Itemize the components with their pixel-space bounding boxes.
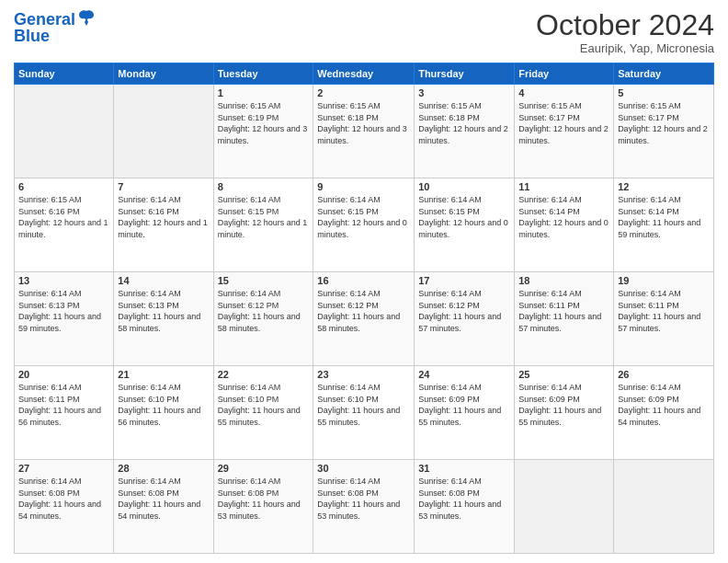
sunset-text: Sunset: 6:15 PM (317, 206, 410, 218)
daylight-text: Daylight: 11 hours and 54 minutes. (118, 499, 209, 522)
sunset-text: Sunset: 6:10 PM (118, 394, 209, 406)
sunset-text: Sunset: 6:11 PM (18, 394, 109, 406)
day-info: Sunrise: 6:14 AM Sunset: 6:14 PM Dayligh… (618, 194, 710, 240)
day-info: Sunrise: 6:14 AM Sunset: 6:08 PM Dayligh… (18, 476, 109, 522)
logo: General Blue (14, 9, 96, 46)
day-number: 30 (317, 463, 410, 474)
sunset-text: Sunset: 6:12 PM (218, 300, 310, 312)
day-number: 31 (418, 463, 510, 474)
table-row: 28 Sunrise: 6:14 AM Sunset: 6:08 PM Dayl… (114, 460, 213, 554)
day-number: 8 (218, 181, 310, 192)
daylight-text: Daylight: 12 hours and 1 minute. (18, 217, 109, 240)
sunrise-text: Sunrise: 6:14 AM (518, 288, 609, 300)
day-number: 29 (218, 463, 310, 474)
day-info: Sunrise: 6:14 AM Sunset: 6:12 PM Dayligh… (218, 288, 310, 334)
day-info: Sunrise: 6:14 AM Sunset: 6:14 PM Dayligh… (518, 194, 609, 240)
sunset-text: Sunset: 6:15 PM (218, 206, 310, 218)
sunset-text: Sunset: 6:17 PM (618, 112, 710, 124)
sunrise-text: Sunrise: 6:14 AM (218, 476, 310, 488)
day-info: Sunrise: 6:14 AM Sunset: 6:11 PM Dayligh… (518, 288, 609, 334)
day-number: 12 (618, 181, 710, 192)
day-info: Sunrise: 6:14 AM Sunset: 6:12 PM Dayligh… (317, 288, 410, 334)
sunset-text: Sunset: 6:08 PM (218, 488, 310, 500)
month-title: October 2024 (536, 9, 714, 41)
table-row: 7 Sunrise: 6:14 AM Sunset: 6:16 PM Dayli… (114, 178, 213, 272)
table-row: 5 Sunrise: 6:15 AM Sunset: 6:17 PM Dayli… (614, 85, 714, 178)
daylight-text: Daylight: 11 hours and 57 minutes. (518, 311, 609, 334)
calendar-week-row: 1 Sunrise: 6:15 AM Sunset: 6:19 PM Dayli… (15, 85, 714, 178)
table-row: 20 Sunrise: 6:14 AM Sunset: 6:11 PM Dayl… (15, 366, 114, 460)
daylight-text: Daylight: 11 hours and 55 minutes. (317, 405, 410, 428)
daylight-text: Daylight: 11 hours and 55 minutes. (518, 405, 609, 428)
logo-bird-icon (77, 9, 96, 31)
daylight-text: Daylight: 11 hours and 53 minutes. (317, 499, 410, 522)
day-info: Sunrise: 6:14 AM Sunset: 6:08 PM Dayligh… (118, 476, 209, 522)
daylight-text: Daylight: 12 hours and 2 minutes. (618, 123, 710, 146)
sunset-text: Sunset: 6:09 PM (518, 394, 609, 406)
day-number: 16 (317, 275, 410, 286)
daylight-text: Daylight: 11 hours and 59 minutes. (618, 217, 710, 240)
daylight-text: Daylight: 11 hours and 55 minutes. (418, 405, 510, 428)
daylight-text: Daylight: 12 hours and 1 minute. (118, 217, 209, 240)
table-row: 15 Sunrise: 6:14 AM Sunset: 6:12 PM Dayl… (213, 272, 313, 366)
daylight-text: Daylight: 12 hours and 0 minutes. (518, 217, 609, 240)
day-info: Sunrise: 6:14 AM Sunset: 6:08 PM Dayligh… (317, 476, 410, 522)
day-number: 3 (418, 87, 510, 98)
table-row: 4 Sunrise: 6:15 AM Sunset: 6:17 PM Dayli… (515, 85, 614, 178)
sunset-text: Sunset: 6:09 PM (618, 394, 710, 406)
table-row: 8 Sunrise: 6:14 AM Sunset: 6:15 PM Dayli… (213, 178, 313, 272)
sunset-text: Sunset: 6:13 PM (118, 300, 209, 312)
sunrise-text: Sunrise: 6:14 AM (418, 288, 510, 300)
day-info: Sunrise: 6:14 AM Sunset: 6:15 PM Dayligh… (218, 194, 310, 240)
day-info: Sunrise: 6:15 AM Sunset: 6:18 PM Dayligh… (317, 100, 410, 146)
col-monday: Monday (114, 63, 213, 85)
sunrise-text: Sunrise: 6:14 AM (518, 382, 609, 394)
sunset-text: Sunset: 6:08 PM (317, 488, 410, 500)
sunrise-text: Sunrise: 6:14 AM (418, 476, 510, 488)
day-info: Sunrise: 6:14 AM Sunset: 6:08 PM Dayligh… (218, 476, 310, 522)
day-number: 2 (317, 87, 410, 98)
table-row: 25 Sunrise: 6:14 AM Sunset: 6:09 PM Dayl… (515, 366, 614, 460)
sunset-text: Sunset: 6:10 PM (317, 394, 410, 406)
sunrise-text: Sunrise: 6:14 AM (118, 288, 209, 300)
day-info: Sunrise: 6:14 AM Sunset: 6:11 PM Dayligh… (18, 382, 109, 428)
sunrise-text: Sunrise: 6:14 AM (618, 288, 710, 300)
sunset-text: Sunset: 6:16 PM (18, 206, 109, 218)
day-info: Sunrise: 6:14 AM Sunset: 6:13 PM Dayligh… (118, 288, 209, 334)
table-row: 3 Sunrise: 6:15 AM Sunset: 6:18 PM Dayli… (415, 85, 515, 178)
sunrise-text: Sunrise: 6:14 AM (518, 194, 609, 206)
sunrise-text: Sunrise: 6:14 AM (317, 288, 410, 300)
sunset-text: Sunset: 6:19 PM (218, 112, 310, 124)
sunset-text: Sunset: 6:08 PM (118, 488, 209, 500)
sunrise-text: Sunrise: 6:14 AM (18, 382, 109, 394)
table-row: 22 Sunrise: 6:14 AM Sunset: 6:10 PM Dayl… (213, 366, 313, 460)
daylight-text: Daylight: 11 hours and 53 minutes. (418, 499, 510, 522)
sunrise-text: Sunrise: 6:14 AM (317, 194, 410, 206)
sunset-text: Sunset: 6:16 PM (118, 206, 209, 218)
sunset-text: Sunset: 6:17 PM (518, 112, 609, 124)
daylight-text: Daylight: 11 hours and 54 minutes. (618, 405, 710, 428)
day-info: Sunrise: 6:14 AM Sunset: 6:13 PM Dayligh… (18, 288, 109, 334)
calendar-header-row: Sunday Monday Tuesday Wednesday Thursday… (15, 63, 714, 85)
daylight-text: Daylight: 11 hours and 58 minutes. (218, 311, 310, 334)
table-row: 31 Sunrise: 6:14 AM Sunset: 6:08 PM Dayl… (415, 460, 515, 554)
day-number: 27 (18, 463, 109, 474)
sunrise-text: Sunrise: 6:15 AM (218, 100, 310, 112)
sunset-text: Sunset: 6:10 PM (218, 394, 310, 406)
day-info: Sunrise: 6:14 AM Sunset: 6:10 PM Dayligh… (317, 382, 410, 428)
table-row: 18 Sunrise: 6:14 AM Sunset: 6:11 PM Dayl… (515, 272, 614, 366)
day-number: 14 (118, 275, 209, 286)
sunset-text: Sunset: 6:11 PM (518, 300, 609, 312)
table-row: 26 Sunrise: 6:14 AM Sunset: 6:09 PM Dayl… (614, 366, 714, 460)
day-number: 11 (518, 181, 609, 192)
day-number: 13 (18, 275, 109, 286)
day-info: Sunrise: 6:14 AM Sunset: 6:08 PM Dayligh… (418, 476, 510, 522)
sunrise-text: Sunrise: 6:14 AM (118, 382, 209, 394)
daylight-text: Daylight: 12 hours and 2 minutes. (418, 123, 510, 146)
daylight-text: Daylight: 11 hours and 58 minutes. (118, 311, 209, 334)
day-info: Sunrise: 6:15 AM Sunset: 6:16 PM Dayligh… (18, 194, 109, 240)
table-row: 14 Sunrise: 6:14 AM Sunset: 6:13 PM Dayl… (114, 272, 213, 366)
day-number: 17 (418, 275, 510, 286)
sunrise-text: Sunrise: 6:14 AM (618, 194, 710, 206)
calendar-week-row: 13 Sunrise: 6:14 AM Sunset: 6:13 PM Dayl… (15, 272, 714, 366)
